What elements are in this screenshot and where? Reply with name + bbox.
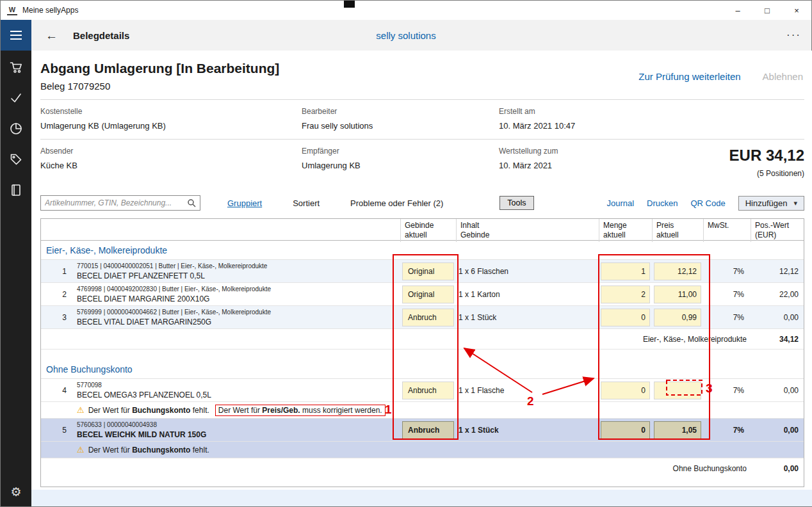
pos-wert-cell: 0,00 (751, 306, 804, 328)
table-row[interactable]: 2 4769998 | 04000492002830 | Butter | Ei… (41, 283, 804, 306)
inhalt-cell: 1 x 6 Flaschen (456, 260, 599, 282)
menge-cell[interactable]: 0 (601, 382, 650, 399)
table-row[interactable]: 1 770015 | 04000400002051 | Butter | Eie… (41, 260, 804, 283)
main-content: Abgang Umlagerung [In Bearbeitung] Beleg… (31, 51, 812, 506)
positions-count: (5 Positionen) (729, 169, 804, 178)
cart-icon[interactable] (1, 52, 31, 83)
more-options-icon[interactable]: ··· (786, 29, 801, 42)
col-inhalt: Inhalt Gebinde (456, 219, 599, 242)
back-button[interactable]: ← (45, 29, 58, 42)
window-title: Meine sellyApps (22, 6, 78, 15)
add-button-label: Hinzufügen (745, 198, 788, 208)
warning-text-highlighted: Der Wert für Preis/Geb. muss korrigiert … (215, 405, 386, 416)
reject-link[interactable]: Ablehnen (763, 71, 803, 82)
minimize-button[interactable]: – (723, 1, 752, 20)
inhalt-cell: 1 x 1 Stück (456, 419, 599, 441)
mwst-cell: 7% (703, 306, 751, 328)
col-gebinde: Gebinde aktuell (400, 219, 456, 242)
col-pos-wert: Pos.-Wert (EUR) (751, 219, 804, 242)
footer-strip (31, 490, 812, 506)
search-box[interactable] (40, 195, 200, 211)
inhalt-cell: 1 x 1 Flasche (456, 379, 599, 401)
pos-wert-cell: 0,00 (751, 379, 804, 401)
group-heading: Ohne Buchungskonto (41, 360, 804, 379)
preis-cell[interactable]: 1,05 (654, 421, 701, 439)
book-icon[interactable] (1, 175, 31, 205)
close-button[interactable]: × (782, 1, 811, 20)
inhalt-cell: 1 x 1 Karton (456, 283, 599, 305)
group-heading: Eier-, Käse-, Molkereiprodukte (41, 241, 804, 260)
journal-link[interactable]: Journal (606, 198, 634, 208)
table-row-selected[interactable]: 5 5760633 | 00000040004938 BECEL WEICHK … (41, 419, 804, 442)
pie-chart-icon[interactable] (1, 113, 31, 144)
gear-icon[interactable]: ⚙ (1, 481, 31, 503)
search-input[interactable] (45, 198, 187, 207)
chevron-down-icon: ▾ (793, 199, 797, 207)
gebinde-cell[interactable]: Anbruch (402, 421, 454, 439)
positions-table: Gebinde aktuell Inhalt Gebinde Menge akt… (40, 218, 804, 487)
article-cell: 5770098 BECEL OMEGA3 PFLANZENOEL 0,5L (73, 379, 400, 401)
maximize-button[interactable]: □ (752, 1, 782, 20)
screen-artifact (344, 1, 355, 8)
mwst-cell: 7% (703, 260, 751, 282)
gruppiert-toggle[interactable]: Gruppiert (227, 198, 262, 208)
row-number: 2 (41, 283, 73, 305)
article-cell: 770015 | 04000400002051 | Butter | Eier-… (73, 260, 400, 282)
tools-button[interactable]: Tools (499, 196, 533, 210)
check-icon[interactable] (1, 83, 31, 113)
col-mwst: MwSt. (703, 219, 751, 242)
preis-cell[interactable] (654, 382, 701, 399)
warning-row: ⚠ Der Wert für Buchungskonto fehlt. Der … (41, 402, 804, 419)
table-row[interactable]: 3 5769999 | 00000040004662 | Butter | Ei… (41, 306, 804, 329)
pos-wert-cell: 0,00 (751, 419, 804, 441)
menge-cell[interactable]: 1 (601, 262, 650, 280)
field-empfaenger: Empfänger Umlagerung KB (302, 147, 499, 178)
preis-cell[interactable]: 0,99 (654, 309, 701, 326)
field-erstellt-am: Erstellt am 10. März 2021 10:47 (499, 107, 804, 131)
warning-icon: ⚠ (77, 405, 85, 415)
titlebar: W Meine sellyApps – □ × (1, 1, 811, 20)
pos-wert-cell: 22,00 (751, 283, 804, 305)
warning-text: Der Wert für Buchungskonto fehlt. (88, 446, 209, 455)
group-subtotal: Eier-, Käse-, Molkereiprodukte 34,12 (41, 329, 804, 350)
window-controls: – □ × (723, 1, 811, 20)
inhalt-cell: 1 x 1 Stück (456, 306, 599, 328)
row-number: 3 (41, 306, 73, 328)
mwst-cell: 7% (703, 283, 751, 305)
problems-filter[interactable]: Probleme oder Fehler (2) (350, 198, 443, 208)
app-window: W Meine sellyApps – □ × ← Belegdetails s… (0, 0, 812, 507)
field-kostenstelle: Kostenstelle Umlagerung KB (Umlagerung K… (40, 107, 302, 131)
sortiert-toggle[interactable]: Sortiert (293, 198, 320, 208)
menge-cell[interactable]: 0 (601, 421, 650, 439)
row-number: 1 (41, 260, 73, 282)
col-menge: Menge aktuell (599, 219, 652, 242)
article-cell: 5769999 | 00000040004662 | Butter | Eier… (73, 306, 400, 328)
col-preis: Preis aktuell (652, 219, 703, 242)
row-number: 5 (41, 419, 73, 441)
gebinde-cell[interactable]: Anbruch (402, 309, 454, 326)
qr-code-link[interactable]: QR Code (690, 198, 725, 208)
gebinde-cell[interactable]: Original (402, 286, 454, 303)
preis-cell[interactable]: 11,00 (654, 286, 701, 303)
gebinde-cell[interactable]: Anbruch (402, 382, 454, 399)
document-number: Beleg 17079250 (40, 81, 638, 92)
price-tag-icon[interactable] (1, 144, 31, 175)
menge-cell[interactable]: 0 (601, 309, 650, 326)
document-title: Abgang Umlagerung [In Bearbeitung] (40, 61, 638, 76)
row-number: 4 (41, 379, 73, 401)
mwst-cell: 7% (703, 379, 751, 401)
search-icon (187, 198, 196, 207)
table-row[interactable]: 4 5770098 BECEL OMEGA3 PFLANZENOEL 0,5L … (41, 379, 804, 402)
field-absender: Absender Küche KB (40, 147, 302, 178)
menge-cell[interactable]: 2 (601, 286, 650, 303)
add-button[interactable]: Hinzufügen ▾ (738, 196, 804, 211)
article-cell: 4769998 | 04000492002830 | Butter | Eier… (73, 283, 400, 305)
print-link[interactable]: Drucken (647, 198, 678, 208)
preis-cell[interactable]: 12,12 (654, 262, 701, 280)
field-wertstellung: Wertstellung zum 10. März 2021 (499, 147, 729, 178)
hamburger-menu-icon[interactable] (1, 20, 31, 51)
forward-for-review-link[interactable]: Zur Prüfung weiterleiten (638, 71, 740, 82)
gebinde-cell[interactable]: Original (402, 262, 454, 280)
warning-text: Der Wert für Buchungskonto fehlt. (88, 406, 209, 415)
list-toolbar: Gruppiert Sortiert Probleme oder Fehler … (40, 195, 804, 211)
